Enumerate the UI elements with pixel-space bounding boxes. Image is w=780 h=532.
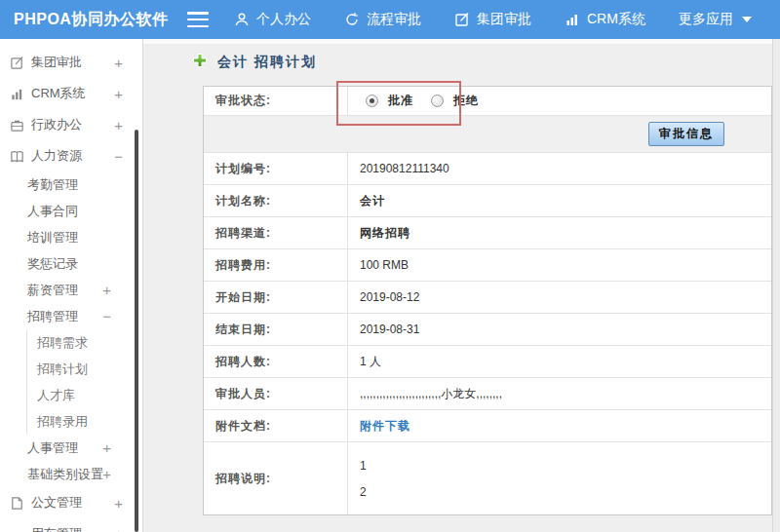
field-label: 计划名称: — [204, 185, 348, 216]
sidebar-item-label: 考勤管理 — [27, 176, 78, 194]
expand-plus-icon[interactable]: + — [102, 439, 111, 456]
car-icon — [10, 527, 24, 532]
field-label: 审批人员: — [204, 378, 348, 409]
nav-process-approval[interactable]: 流程审批 — [344, 11, 421, 28]
sidebar-item-label: 公文管理 — [31, 494, 82, 512]
field-value: 100 RMB — [348, 249, 771, 281]
nav-label: 更多应用 — [679, 11, 733, 28]
expand-plus-icon[interactable]: + — [114, 495, 123, 512]
approve-info-button[interactable]: 审批信息 — [648, 122, 724, 146]
sidebar-item-talent-pool[interactable]: 人才库 — [27, 382, 142, 408]
attachment-download-link[interactable]: 附件下载 — [360, 418, 410, 435]
sidebar-item-label: 招聘管理 — [27, 308, 78, 325]
sidebar-item-label: 招聘需求 — [37, 334, 88, 352]
field-value: 2019-08-12 — [348, 282, 771, 313]
sidebar-item-label: 人事合同 — [27, 203, 78, 220]
field-value: 1 人 — [348, 346, 771, 377]
sidebar-item-recruit-demand[interactable]: 招聘需求 — [27, 329, 142, 356]
content-top-strip — [143, 39, 772, 44]
field-value: 网络招聘 — [348, 217, 771, 248]
sidebar-item-vehicles[interactable]: 用车管理 + — [0, 518, 142, 532]
field-label: 招聘人数: — [204, 346, 348, 377]
menu-icon[interactable] — [187, 12, 209, 27]
field-label: 审批状态: — [204, 87, 348, 115]
sidebar-item-label: 人事管理 — [27, 439, 78, 457]
sidebar-item-group-approval[interactable]: 集团审批 + — [0, 47, 142, 78]
sidebar: 集团审批 + CRM系统 + 行政办公 + 人力资源 − 考勤管理 — [0, 39, 143, 532]
expand-plus-icon[interactable]: + — [114, 526, 123, 532]
sidebar-item-attendance[interactable]: 考勤管理 — [0, 171, 142, 198]
top-navigation-bar: PHPOA协同办公软件 个人办公 流程审批 — [0, 0, 780, 39]
chart-icon — [565, 12, 580, 27]
nav-crm-system[interactable]: CRM系统 — [565, 11, 645, 28]
page-header: 会计 招聘计划 — [192, 53, 317, 72]
sidebar-item-training[interactable]: 培训管理 — [0, 224, 142, 250]
sidebar-item-crm[interactable]: CRM系统 + — [0, 78, 142, 109]
field-value: 20190812111340 — [348, 153, 771, 184]
approval-radio-group: 批准 拒绝 — [360, 93, 487, 109]
field-label: 招聘渠道: — [204, 217, 348, 248]
caret-down-icon — [742, 17, 752, 22]
nav-personal-office[interactable]: 个人办公 — [234, 11, 311, 28]
expand-plus-icon[interactable]: + — [114, 55, 123, 71]
field-value: 2019-08-31 — [348, 314, 771, 345]
row-headcount: 招聘人数: 1 人 — [204, 345, 771, 377]
nav-more-apps[interactable]: 更多应用 — [679, 11, 752, 28]
field-value: 会计 — [348, 185, 771, 216]
nav-label: CRM系统 — [587, 11, 645, 28]
sidebar-item-label: 人才库 — [37, 387, 75, 404]
sidebar-item-label: 人力资源 — [31, 147, 82, 165]
row-recruit-description: 招聘说明: 1 2 — [204, 441, 771, 514]
sidebar-item-hr[interactable]: 人力资源 − — [0, 140, 142, 171]
recruitment-submenu: 招聘需求 招聘计划 人才库 招聘录用 — [26, 329, 142, 435]
row-plan-name: 计划名称: 会计 — [204, 184, 771, 216]
description-line: 2 — [360, 485, 367, 499]
collapse-minus-icon[interactable]: − — [102, 308, 111, 324]
radio-reject-label[interactable]: 拒绝 — [453, 93, 479, 109]
chart-icon — [10, 87, 24, 101]
row-start-date: 开始日期: 2019-08-12 — [204, 281, 771, 313]
radio-approve-label[interactable]: 批准 — [388, 93, 413, 109]
briefcase-icon — [10, 118, 24, 133]
row-recruit-cost: 招聘费用: 100 RMB — [204, 248, 771, 281]
app-logo: PHPOA协同办公软件 — [0, 10, 187, 30]
sidebar-item-personnel[interactable]: 人事管理 + — [0, 435, 142, 461]
add-icon — [192, 53, 208, 72]
top-nav: 个人办公 流程审批 集团审批 CRM系统 — [234, 11, 752, 28]
nav-group-approval[interactable]: 集团审批 — [454, 11, 531, 28]
sidebar-scrollbar-thumb[interactable] — [135, 130, 138, 532]
process-icon — [344, 12, 360, 27]
field-label: 招聘费用: — [204, 249, 348, 281]
row-end-date: 结束日期: 2019-08-31 — [204, 313, 771, 345]
expand-plus-icon[interactable]: + — [102, 282, 111, 298]
sidebar-item-base-category[interactable]: 基础类别设置 + — [0, 461, 142, 487]
detail-table: 审批状态: 批准 拒绝 审批信息 计划编号: 20190812111340 计划… — [203, 86, 772, 515]
sidebar-item-documents[interactable]: 公文管理 + — [0, 487, 142, 518]
field-label: 结束日期: — [204, 314, 348, 345]
row-approval-status: 审批状态: 批准 拒绝 — [204, 87, 771, 115]
page-scrollbar[interactable] — [772, 39, 780, 532]
sidebar-item-label: 用车管理 — [31, 525, 82, 532]
book-icon — [10, 149, 24, 164]
sidebar-item-hr-contract[interactable]: 人事合同 — [0, 198, 142, 224]
expand-plus-icon[interactable]: + — [114, 117, 123, 133]
person-icon — [234, 12, 250, 27]
expand-plus-icon[interactable]: + — [102, 466, 111, 482]
sidebar-item-label: 奖惩记录 — [27, 255, 78, 273]
row-approvers: 审批人员: ,,,,,,,,,,,,,,,,,,,,,,,,,小龙女,,,,,,… — [204, 377, 771, 409]
sidebar-item-admin-office[interactable]: 行政办公 + — [0, 109, 142, 140]
sidebar-item-label: 基础类别设置 — [27, 466, 103, 483]
sidebar-item-recruit-plan[interactable]: 招聘计划 — [27, 356, 142, 382]
sidebar-item-label: 培训管理 — [27, 229, 78, 247]
sidebar-item-salary[interactable]: 薪资管理 + — [0, 277, 142, 303]
sidebar-item-recruit-hire[interactable]: 招聘录用 — [27, 408, 142, 435]
nav-label: 流程审批 — [367, 11, 421, 28]
field-label: 开始日期: — [204, 282, 348, 313]
collapse-minus-icon[interactable]: − — [114, 148, 123, 165]
radio-reject[interactable] — [431, 95, 444, 107]
sidebar-item-recruitment[interactable]: 招聘管理 − — [0, 303, 142, 329]
expand-plus-icon[interactable]: + — [114, 86, 123, 102]
field-value: ,,,,,,,,,,,,,,,,,,,,,,,,,小龙女,,,,,,,, — [348, 378, 771, 409]
sidebar-item-rewards[interactable]: 奖惩记录 — [0, 250, 142, 277]
radio-approve[interactable] — [366, 95, 378, 107]
